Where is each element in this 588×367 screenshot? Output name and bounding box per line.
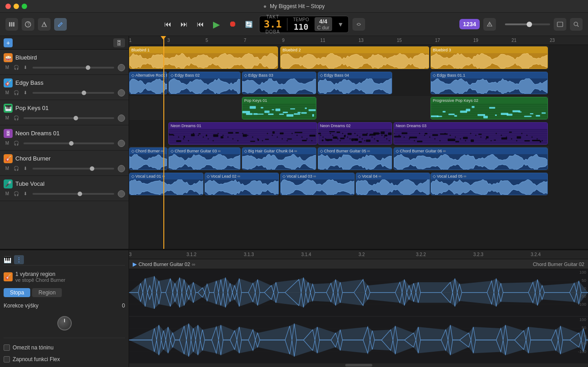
clip-4-3[interactable]: ◇ Chord Burner Guitar 05 ∞ xyxy=(318,147,392,170)
track-headphone-4[interactable]: 🎧 xyxy=(13,165,20,172)
clip-0-1[interactable]: Bluebird 2 xyxy=(280,46,429,69)
traffic-lights[interactable] xyxy=(5,4,27,9)
track-dl-0[interactable]: ⬇ xyxy=(22,64,29,71)
track-vol-0[interactable] xyxy=(118,64,125,71)
midi-mode-button[interactable]: 🎛 xyxy=(113,38,125,47)
track-mute-0[interactable]: M xyxy=(4,64,11,71)
user-badge[interactable]: 1234 xyxy=(459,19,480,29)
clip-5-2[interactable]: ◇ Vocal Lead 03 ∞ xyxy=(280,173,355,195)
clip-4-0[interactable]: ◇ Chord Burner ∞ xyxy=(129,147,167,170)
track-fader-3[interactable] xyxy=(23,142,114,144)
track-dl-5[interactable]: ⬇ xyxy=(22,190,29,197)
waveform-scrollbar[interactable] xyxy=(129,363,588,367)
go-start-button[interactable]: ⏮ xyxy=(194,18,207,31)
piano-roll-icon[interactable]: ⋮ xyxy=(14,255,24,264)
clip-3-0[interactable]: Neon Dreams 01 xyxy=(168,122,317,145)
search-button[interactable] xyxy=(570,18,583,31)
track-item-0[interactable]: 🥁 Bluebird M 🎧 ⬇ xyxy=(0,50,129,75)
display-expand-button[interactable]: ▼ xyxy=(338,21,344,28)
track-item-3[interactable]: 🎛 Neon Dreams 01 M 🎧 xyxy=(0,125,129,151)
flex-checkbox[interactable] xyxy=(4,356,10,362)
track-vol-4[interactable] xyxy=(118,165,125,172)
track-vol-1[interactable] xyxy=(118,89,125,96)
korekce-knob[interactable] xyxy=(57,316,72,330)
maximize-button[interactable] xyxy=(22,4,27,9)
clip-2-1[interactable]: Progressive Pop Keys 02 xyxy=(431,97,548,119)
metronome-button[interactable] xyxy=(38,18,51,31)
clip-3-2[interactable]: Neon Dreams 03 xyxy=(394,122,548,145)
waveform-scroll-thumb[interactable] xyxy=(345,364,372,367)
clip-5-1[interactable]: ◇ Vocal Lead 02 ∞ xyxy=(204,173,279,195)
track-headphone-1[interactable]: 🎧 xyxy=(13,89,20,96)
track-mute-2[interactable]: M xyxy=(4,115,11,122)
add-track-button[interactable]: + xyxy=(4,38,13,47)
tracks-area[interactable]: 1357911131517192123 Bluebird 1Bluebird 2… xyxy=(129,36,588,249)
track-mute-3[interactable]: M xyxy=(4,140,11,147)
track-item-1[interactable]: 🎸 Edgy Bass M 🎧 ⬇ xyxy=(0,75,129,100)
fast-forward-button[interactable]: ⏭ xyxy=(178,18,190,31)
track-mute-1[interactable]: M xyxy=(4,89,11,96)
track-vol-5[interactable] xyxy=(118,190,125,197)
track-vol-3[interactable] xyxy=(118,140,125,147)
clip-1-4[interactable]: ◇ Edgy Bass 01.1 xyxy=(431,72,548,94)
play-button[interactable]: ▶ xyxy=(210,18,223,31)
clip-1-0[interactable]: ◇ Alternative Rock Bass 01 xyxy=(129,72,167,94)
track-item-4[interactable]: 🎸 Chord Burner M 🎧 ⬇ xyxy=(0,151,129,176)
pencil-button[interactable] xyxy=(54,18,67,31)
track-headphone-5[interactable]: 🎧 xyxy=(13,190,20,197)
clip-4-2[interactable]: ◇ Big Hair Guitar Chunk 04 ∞ xyxy=(242,147,316,170)
track-lane-1[interactable]: ◇ Alternative Rock Bass 01◇ Edgy Bass 02… xyxy=(129,70,549,96)
track-lane-4[interactable]: ◇ Chord Burner ∞◇ Chord Burner Guitar 03… xyxy=(129,146,549,171)
cycle-button[interactable]: 🔄 xyxy=(243,18,255,31)
track-lane-3[interactable]: Neon Dreams 01Neon Dreams 02Neon Dreams … xyxy=(129,121,549,146)
clip-4-4[interactable]: ◇ Chord Burner Guitar 06 ∞ xyxy=(394,147,548,170)
record-button[interactable]: ⏺ xyxy=(227,18,239,31)
flex-row[interactable]: Zapnout funkci Flex xyxy=(4,355,125,363)
track-lane-5[interactable]: ◇ Vocal Lead 01 ∞◇ Vocal Lead 02 ∞◇ Voca… xyxy=(129,171,549,197)
track-fader-4[interactable] xyxy=(32,168,114,170)
tune-button[interactable] xyxy=(352,18,365,31)
help-button[interactable]: ? xyxy=(22,18,34,31)
omezit-checkbox[interactable] xyxy=(4,344,10,351)
track-item-2[interactable]: 🎹 Pop Keys 01 M 🎧 xyxy=(0,100,129,125)
track-mute-4[interactable]: M xyxy=(4,165,11,172)
alert-button[interactable] xyxy=(483,18,496,31)
clip-5-0[interactable]: ◇ Vocal Lead 01 ∞ xyxy=(129,173,204,195)
display-toggle-button[interactable] xyxy=(554,18,566,31)
omezit-row[interactable]: Omezit na tóninu xyxy=(4,344,125,352)
track-lane-2[interactable]: Pop Keys 01Progressive Pop Keys 02 xyxy=(129,96,549,121)
track-fader-5[interactable] xyxy=(32,193,114,195)
piano-icon[interactable]: 🎹 xyxy=(4,256,11,263)
tab-stopa-button[interactable]: Stopa xyxy=(4,288,30,297)
waveform-display[interactable]: 100 50 0 -50 -100 xyxy=(129,269,588,363)
library-button[interactable] xyxy=(5,18,18,31)
track-fader-1[interactable] xyxy=(32,92,114,94)
clip-1-2[interactable]: ◇ Edgy Bass 03 xyxy=(242,72,316,94)
tab-region-button[interactable]: Region xyxy=(32,288,62,297)
clip-5-4[interactable]: ◇ Vocal Lead 05 ∞ xyxy=(431,173,548,195)
clip-3-1[interactable]: Neon Dreams 02 xyxy=(318,122,392,145)
clip-0-0[interactable]: Bluebird 1 xyxy=(129,46,278,69)
clip-2-0[interactable]: Pop Keys 01 xyxy=(242,97,316,119)
track-lane-0[interactable]: Bluebird 1Bluebird 2Bluebird 3 xyxy=(129,45,549,70)
track-fader-0[interactable] xyxy=(32,67,114,69)
track-mute-5[interactable]: M xyxy=(4,190,11,197)
track-fader-2[interactable] xyxy=(23,117,114,119)
track-dl-4[interactable]: ⬇ xyxy=(22,165,29,172)
clip-1-1[interactable]: ◇ Edgy Bass 02 xyxy=(168,72,241,94)
clip-1-3[interactable]: ◇ Edgy Bass 04 xyxy=(318,72,392,94)
minimize-button[interactable] xyxy=(14,4,19,9)
track-headphone-0[interactable]: 🎧 xyxy=(13,64,20,71)
clip-4-1[interactable]: ◇ Chord Burner Guitar 03 ∞ xyxy=(168,147,241,170)
master-volume-slider[interactable] xyxy=(505,23,550,25)
clip-0-2[interactable]: Bluebird 3 xyxy=(431,46,548,69)
clip-5-3[interactable]: ◇ Vocal 04 ∞ xyxy=(356,173,430,195)
rewind-button[interactable]: ⏮ xyxy=(162,18,174,31)
track-headphone-2[interactable]: 🎧 xyxy=(13,115,20,122)
track-vol-2[interactable] xyxy=(118,115,125,122)
track-dl-1[interactable]: ⬇ xyxy=(22,89,29,96)
track-item-5[interactable]: 🎤 Tube Vocal M 🎧 ⬇ xyxy=(0,176,129,201)
track-headphone-3[interactable]: 🎧 xyxy=(13,140,20,147)
close-button[interactable] xyxy=(5,4,11,9)
tracks-scroll[interactable]: Bluebird 1Bluebird 2Bluebird 3◇ Alternat… xyxy=(129,45,588,249)
